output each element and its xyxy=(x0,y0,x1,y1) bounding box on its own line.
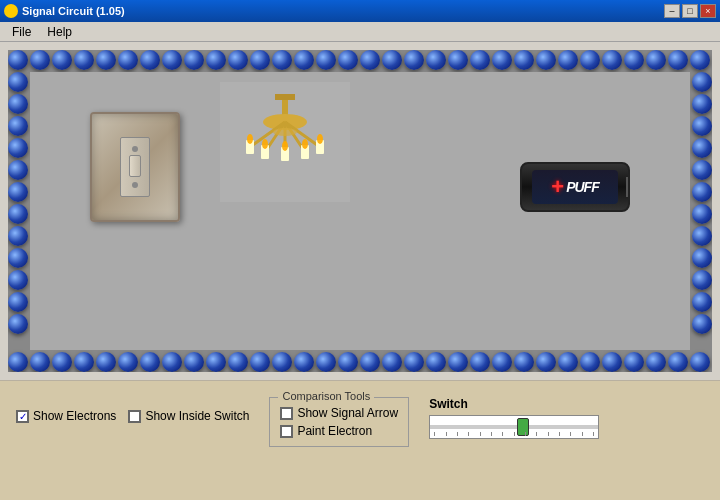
circuit-ball xyxy=(8,138,28,158)
circuit-ball xyxy=(514,352,534,372)
circuit-ball xyxy=(426,352,446,372)
window-content: + PUFF Show Electrons Show Inside Switch xyxy=(0,42,720,500)
circuit-ball xyxy=(426,50,446,70)
battery-plus-symbol: + xyxy=(551,174,564,200)
comparison-tools-group: Comparison Tools Show Signal Arrow Paint… xyxy=(269,397,409,447)
circuit-ball xyxy=(140,352,160,372)
tick-1 xyxy=(434,432,435,436)
circuit-area: + PUFF xyxy=(8,50,712,372)
circuit-ball xyxy=(294,352,314,372)
circuit-ball xyxy=(646,352,666,372)
circuit-ball xyxy=(206,352,226,372)
app-icon xyxy=(4,4,18,18)
tick-12 xyxy=(559,432,560,436)
show-electrons-label: Show Electrons xyxy=(33,409,116,423)
show-inside-switch-label: Show Inside Switch xyxy=(145,409,249,423)
close-button[interactable]: × xyxy=(700,4,716,18)
circuit-ball xyxy=(272,50,292,70)
tick-15 xyxy=(593,432,594,436)
slider-ticks xyxy=(434,432,594,436)
circuit-ball xyxy=(8,314,28,334)
svg-point-18 xyxy=(273,128,297,136)
tick-7 xyxy=(502,432,503,436)
circuit-ball xyxy=(470,352,490,372)
switch-plate xyxy=(120,137,150,197)
circuit-ball xyxy=(646,50,666,70)
tick-3 xyxy=(457,432,458,436)
svg-point-15 xyxy=(282,141,288,151)
tick-5 xyxy=(480,432,481,436)
circuit-ball xyxy=(492,50,512,70)
circuit-ball xyxy=(692,160,712,180)
chandelier-svg xyxy=(230,92,340,192)
circuit-ball xyxy=(8,352,28,372)
circuit-ball xyxy=(52,352,72,372)
title-bar-left: Signal Circuit (1.05) xyxy=(4,4,125,18)
circuit-ball xyxy=(228,50,248,70)
tick-9 xyxy=(525,432,526,436)
svg-point-13 xyxy=(247,134,253,144)
checkboxes-group: Show Electrons Show Inside Switch xyxy=(16,409,249,423)
svg-rect-0 xyxy=(275,94,295,100)
circuit-ball xyxy=(692,226,712,246)
circuit-ball xyxy=(668,352,688,372)
tick-4 xyxy=(468,432,469,436)
show-signal-arrow-checkbox[interactable] xyxy=(280,407,293,420)
circuit-ball xyxy=(52,50,72,70)
circuit-ball xyxy=(272,352,292,372)
menu-file[interactable]: File xyxy=(4,23,39,41)
battery-brand: PUFF xyxy=(566,179,599,195)
circuit-ball xyxy=(536,50,556,70)
circuit-ball xyxy=(8,50,28,70)
circuit-ball xyxy=(30,352,50,372)
show-signal-arrow-item: Show Signal Arrow xyxy=(280,406,398,420)
circuit-ball xyxy=(692,138,712,158)
circuit-ball xyxy=(74,50,94,70)
circuit-ball xyxy=(228,352,248,372)
circuit-ball xyxy=(206,50,226,70)
tick-10 xyxy=(536,432,537,436)
circuit-ball xyxy=(8,226,28,246)
title-buttons: – □ × xyxy=(664,4,716,18)
battery-image: + PUFF xyxy=(520,162,640,217)
circuit-ball xyxy=(360,352,380,372)
circuit-ball xyxy=(250,352,270,372)
show-signal-arrow-label: Show Signal Arrow xyxy=(297,406,398,420)
show-inside-switch-item: Show Inside Switch xyxy=(128,409,249,423)
tick-13 xyxy=(570,432,571,436)
circuit-ball xyxy=(250,50,270,70)
circuit-ball xyxy=(514,50,534,70)
circuit-ball xyxy=(140,50,160,70)
show-electrons-checkbox[interactable] xyxy=(16,410,29,423)
maximize-button[interactable]: □ xyxy=(682,4,698,18)
circuit-ball xyxy=(558,50,578,70)
circuit-ball xyxy=(692,182,712,202)
minimize-button[interactable]: – xyxy=(664,4,680,18)
circuit-ball xyxy=(74,352,94,372)
title-bar: Signal Circuit (1.05) – □ × xyxy=(0,0,720,22)
show-inside-switch-checkbox[interactable] xyxy=(128,410,141,423)
switch-screw-top xyxy=(132,146,138,152)
circuit-ball xyxy=(294,50,314,70)
comparison-tools-legend: Comparison Tools xyxy=(278,390,374,402)
bottom-panel: Show Electrons Show Inside Switch Compar… xyxy=(0,380,720,500)
switch-image xyxy=(90,112,180,222)
circuit-ball xyxy=(118,50,138,70)
menu-bar: File Help xyxy=(0,22,720,42)
menu-help[interactable]: Help xyxy=(39,23,80,41)
circuit-ball xyxy=(30,50,50,70)
circuit-border: + PUFF xyxy=(8,50,712,372)
circuit-ball xyxy=(692,314,712,334)
circuit-ball xyxy=(338,352,358,372)
circuit-ball xyxy=(8,270,28,290)
circuit-ball xyxy=(692,204,712,224)
circuit-ball xyxy=(162,50,182,70)
circuit-interior: + PUFF xyxy=(30,72,690,350)
circuit-ball xyxy=(8,248,28,268)
circuit-ball xyxy=(558,352,578,372)
paint-electron-checkbox[interactable] xyxy=(280,425,293,438)
chandelier-area xyxy=(220,82,350,202)
circuit-ball xyxy=(470,50,490,70)
circuit-ball xyxy=(404,352,424,372)
circuit-ball xyxy=(382,352,402,372)
